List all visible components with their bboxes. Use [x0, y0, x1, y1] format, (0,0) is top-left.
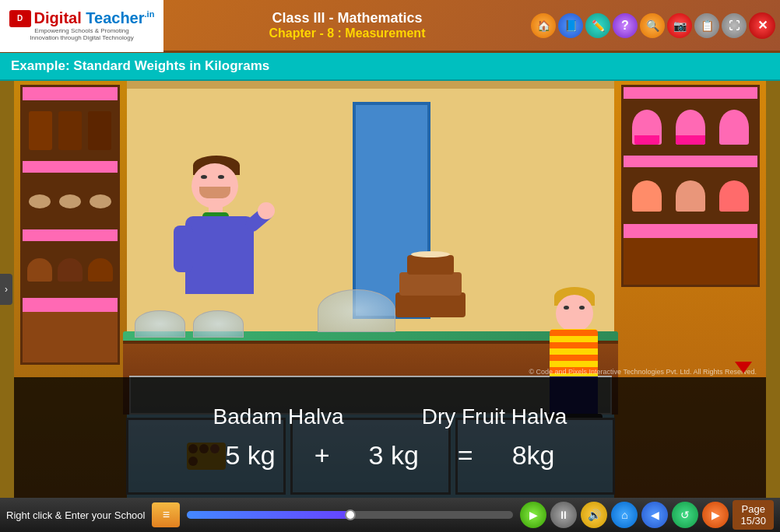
refresh-button[interactable]: ↺ — [672, 502, 698, 528]
right-shelf-items-1 — [624, 101, 757, 156]
logo-tagline2: Innovation through Digital Technology — [30, 34, 133, 41]
sound-button[interactable]: 🔊 — [581, 502, 607, 528]
overlay-labels-row: Badam Halva Dry Fruit Halva — [213, 404, 567, 429]
total-weight: 8kg — [512, 440, 555, 471]
header: D Digital Teacher.in Empowering Schools … — [0, 0, 780, 53]
help-button[interactable]: ? — [613, 13, 638, 38]
toolbar: 🏠 📘 ✏️ ? 🔍 📷 📋 ⛶ ✕ — [531, 12, 780, 39]
logo-text: Digital Teacher.in — [34, 9, 155, 27]
page-numbers: 15/30 — [740, 515, 766, 527]
menu-button[interactable]: ≡ — [152, 502, 180, 527]
bottom-label: Right click & Enter your School — [6, 509, 145, 521]
shelf-row-4 — [23, 298, 118, 312]
title-area: Class III - Mathematics Chapter - 8 : Me… — [163, 10, 531, 40]
copyright-text: © Code and Pixels Interactive Technologi… — [529, 368, 757, 376]
home-ctrl-button[interactable]: ⌂ — [611, 502, 638, 528]
shelf-row-2 — [23, 161, 118, 175]
progress-thumb — [345, 509, 356, 520]
section-title-text: Example: Standard Weights in Kilograms — [11, 58, 269, 74]
edit-button[interactable]: ✏️ — [585, 13, 610, 38]
plus-sign: + — [314, 440, 330, 471]
expand-button[interactable]: ⛶ — [722, 13, 747, 38]
section-title-bar: Example: Standard Weights in Kilograms — [0, 53, 780, 81]
bottom-bar: Right click & Enter your School ≡ ▶ ⏸ 🔊 … — [0, 498, 780, 532]
counter-dome-large — [318, 289, 395, 332]
logo-icon: D Digital Teacher.in — [9, 9, 155, 27]
page-info: Page 15/30 — [733, 500, 774, 530]
home-button[interactable]: 🏠 — [531, 13, 556, 38]
pause-button[interactable]: ⏸ — [550, 502, 577, 528]
shelf-items-1 — [23, 103, 118, 161]
shelf-items-3 — [23, 243, 118, 298]
big-cake — [395, 247, 466, 317]
prev-button[interactable]: ◀ — [641, 502, 668, 528]
logo-book-icon: D — [9, 10, 31, 27]
red-down-arrow[interactable] — [735, 362, 752, 373]
close-button[interactable]: ✕ — [749, 12, 775, 39]
weight-1: 5 kg — [225, 440, 275, 471]
right-sidebar — [766, 81, 780, 498]
left-arrow-button[interactable]: › — [0, 274, 12, 305]
baker-character — [170, 156, 279, 327]
shelf-items-2 — [23, 175, 118, 229]
right-shelf-items-2 — [624, 170, 757, 224]
main-content: › — [0, 81, 780, 498]
ceiling-border — [123, 81, 618, 89]
book-button[interactable]: 📘 — [558, 13, 583, 38]
label-dry-fruit-halva: Dry Fruit Halva — [422, 404, 567, 429]
equals-sign: = — [458, 440, 473, 471]
progress-bar[interactable] — [187, 511, 513, 519]
left-shelf-unit — [20, 85, 120, 365]
logo-tagline1: Empowering Schools & Promoting — [34, 27, 128, 34]
overlay-block: Badam Halva Dry Fruit Halva 5 kg + 3 kg … — [14, 377, 766, 498]
notes-button[interactable]: 📋 — [694, 13, 719, 38]
shelf-row-3 — [23, 229, 118, 243]
label-badam-halva: Badam Halva — [213, 404, 344, 429]
photo-button[interactable]: 📷 — [667, 13, 692, 38]
title-line2: Chapter - 8 : Measurement — [163, 26, 531, 40]
right-shelf-unit — [621, 85, 760, 287]
scene-container: Badam Halva Dry Fruit Halva 5 kg + 3 kg … — [14, 81, 766, 498]
logo-area: D Digital Teacher.in Empowering Schools … — [0, 0, 163, 52]
title-line1: Class III - Mathematics — [163, 10, 531, 26]
shelf-row-1 — [23, 87, 118, 103]
progress-fill — [187, 511, 350, 519]
overlay-math-row: 5 kg + 3 kg = 8kg — [225, 440, 554, 471]
play-button[interactable]: ▶ — [520, 502, 546, 528]
next-button[interactable]: ▶ — [702, 502, 729, 528]
weight-2: 3 kg — [369, 440, 419, 471]
page-label: Page — [742, 503, 765, 515]
left-nav-area: › — [0, 81, 14, 498]
search-button[interactable]: 🔍 — [640, 13, 665, 38]
